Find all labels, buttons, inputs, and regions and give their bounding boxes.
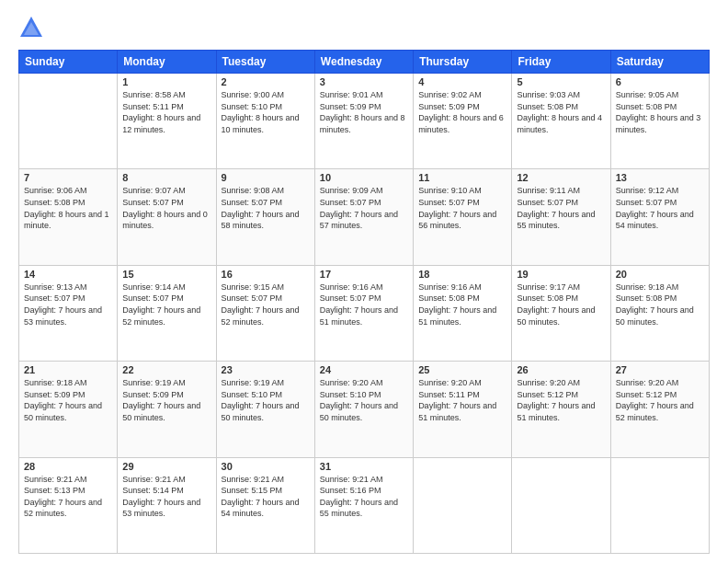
calendar-cell: 17Sunrise: 9:16 AMSunset: 5:07 PMDayligh… [314, 265, 413, 361]
day-number: 29 [122, 461, 210, 472]
weekday-header: Tuesday [216, 51, 314, 74]
weekday-header: Saturday [610, 51, 709, 74]
calendar-cell: 23Sunrise: 9:19 AMSunset: 5:10 PMDayligh… [216, 362, 314, 457]
calendar-cell: 6Sunrise: 9:05 AMSunset: 5:08 PMDaylight… [610, 74, 709, 169]
day-number: 2 [222, 76, 310, 87]
day-number: 15 [122, 269, 210, 280]
weekday-header: Friday [512, 51, 610, 74]
day-info: Sunrise: 9:11 AMSunset: 5:07 PMDaylight:… [517, 185, 605, 231]
day-info: Sunrise: 8:58 AMSunset: 5:11 PMDaylight:… [122, 89, 210, 135]
calendar-cell [414, 457, 512, 553]
calendar-cell: 20Sunrise: 9:18 AMSunset: 5:08 PMDayligh… [610, 265, 709, 361]
calendar-cell: 28Sunrise: 9:21 AMSunset: 5:13 PMDayligh… [19, 457, 118, 553]
calendar-cell: 29Sunrise: 9:21 AMSunset: 5:14 PMDayligh… [118, 457, 216, 553]
weekday-header: Monday [118, 51, 216, 74]
day-number: 23 [222, 364, 310, 375]
day-number: 26 [517, 364, 605, 375]
day-info: Sunrise: 9:21 AMSunset: 5:13 PMDaylight:… [24, 474, 112, 520]
day-number: 19 [517, 269, 605, 280]
calendar-week-row: 1Sunrise: 8:58 AMSunset: 5:11 PMDaylight… [19, 74, 710, 169]
day-info: Sunrise: 9:07 AMSunset: 5:07 PMDaylight:… [122, 185, 210, 231]
weekday-header: Wednesday [314, 51, 413, 74]
day-info: Sunrise: 9:10 AMSunset: 5:07 PMDaylight:… [418, 185, 506, 231]
day-number: 13 [616, 172, 704, 183]
day-number: 24 [320, 364, 408, 375]
day-info: Sunrise: 9:19 AMSunset: 5:09 PMDaylight:… [122, 377, 210, 423]
day-number: 9 [222, 172, 310, 183]
day-number: 12 [517, 172, 605, 183]
weekday-header: Sunday [19, 51, 118, 74]
calendar-cell: 18Sunrise: 9:16 AMSunset: 5:08 PMDayligh… [414, 265, 512, 361]
day-info: Sunrise: 9:17 AMSunset: 5:08 PMDaylight:… [517, 282, 605, 327]
day-number: 5 [517, 76, 605, 87]
calendar-cell [512, 457, 610, 553]
calendar-week-row: 28Sunrise: 9:21 AMSunset: 5:13 PMDayligh… [19, 457, 710, 553]
day-number: 14 [24, 269, 112, 280]
day-info: Sunrise: 9:05 AMSunset: 5:08 PMDaylight:… [616, 89, 704, 135]
calendar-cell [19, 74, 118, 169]
day-number: 30 [222, 461, 310, 472]
day-number: 16 [222, 269, 310, 280]
day-number: 8 [122, 172, 210, 183]
day-info: Sunrise: 9:21 AMSunset: 5:15 PMDaylight:… [222, 474, 310, 520]
calendar-week-row: 21Sunrise: 9:18 AMSunset: 5:09 PMDayligh… [19, 362, 710, 457]
day-number: 17 [320, 269, 408, 280]
day-info: Sunrise: 9:19 AMSunset: 5:10 PMDaylight:… [222, 377, 310, 423]
day-number: 7 [24, 172, 112, 183]
calendar-cell [610, 457, 709, 553]
day-number: 4 [418, 76, 506, 87]
day-info: Sunrise: 9:12 AMSunset: 5:07 PMDaylight:… [616, 185, 704, 231]
day-number: 11 [418, 172, 506, 183]
day-number: 25 [418, 364, 506, 375]
day-info: Sunrise: 9:20 AMSunset: 5:11 PMDaylight:… [418, 377, 506, 423]
day-number: 20 [616, 269, 704, 280]
day-info: Sunrise: 9:08 AMSunset: 5:07 PMDaylight:… [222, 185, 310, 231]
day-number: 18 [418, 269, 506, 280]
calendar-cell: 13Sunrise: 9:12 AMSunset: 5:07 PMDayligh… [610, 169, 709, 265]
calendar-cell: 22Sunrise: 9:19 AMSunset: 5:09 PMDayligh… [118, 362, 216, 457]
day-info: Sunrise: 9:18 AMSunset: 5:08 PMDaylight:… [616, 282, 704, 327]
day-info: Sunrise: 9:16 AMSunset: 5:08 PMDaylight:… [418, 282, 506, 327]
day-info: Sunrise: 9:14 AMSunset: 5:07 PMDaylight:… [122, 282, 210, 327]
calendar-cell: 2Sunrise: 9:00 AMSunset: 5:10 PMDaylight… [216, 74, 314, 169]
calendar: SundayMondayTuesdayWednesdayThursdayFrid… [18, 50, 710, 554]
calendar-cell: 11Sunrise: 9:10 AMSunset: 5:07 PMDayligh… [414, 169, 512, 265]
calendar-cell: 8Sunrise: 9:07 AMSunset: 5:07 PMDaylight… [118, 169, 216, 265]
day-info: Sunrise: 9:09 AMSunset: 5:07 PMDaylight:… [320, 185, 408, 231]
day-info: Sunrise: 9:20 AMSunset: 5:12 PMDaylight:… [517, 377, 605, 423]
calendar-week-row: 7Sunrise: 9:06 AMSunset: 5:08 PMDaylight… [19, 169, 710, 265]
day-info: Sunrise: 9:18 AMSunset: 5:09 PMDaylight:… [24, 377, 112, 423]
day-info: Sunrise: 9:16 AMSunset: 5:07 PMDaylight:… [320, 282, 408, 327]
day-info: Sunrise: 9:02 AMSunset: 5:09 PMDaylight:… [418, 89, 506, 135]
day-info: Sunrise: 9:01 AMSunset: 5:09 PMDaylight:… [320, 89, 408, 135]
calendar-cell: 19Sunrise: 9:17 AMSunset: 5:08 PMDayligh… [512, 265, 610, 361]
calendar-cell: 31Sunrise: 9:21 AMSunset: 5:16 PMDayligh… [314, 457, 413, 553]
calendar-cell: 26Sunrise: 9:20 AMSunset: 5:12 PMDayligh… [512, 362, 610, 457]
page: SundayMondayTuesdayWednesdayThursdayFrid… [0, 0, 728, 563]
day-info: Sunrise: 9:06 AMSunset: 5:08 PMDaylight:… [24, 185, 112, 231]
day-number: 27 [616, 364, 704, 375]
day-number: 22 [122, 364, 210, 375]
day-info: Sunrise: 9:21 AMSunset: 5:14 PMDaylight:… [122, 474, 210, 520]
day-number: 10 [320, 172, 408, 183]
calendar-cell: 12Sunrise: 9:11 AMSunset: 5:07 PMDayligh… [512, 169, 610, 265]
day-info: Sunrise: 9:21 AMSunset: 5:16 PMDaylight:… [320, 474, 408, 520]
calendar-cell: 3Sunrise: 9:01 AMSunset: 5:09 PMDaylight… [314, 74, 413, 169]
calendar-cell: 24Sunrise: 9:20 AMSunset: 5:10 PMDayligh… [314, 362, 413, 457]
logo [18, 15, 48, 40]
calendar-week-row: 14Sunrise: 9:13 AMSunset: 5:07 PMDayligh… [19, 265, 710, 361]
header [18, 15, 710, 40]
calendar-cell: 5Sunrise: 9:03 AMSunset: 5:08 PMDaylight… [512, 74, 610, 169]
calendar-cell: 7Sunrise: 9:06 AMSunset: 5:08 PMDaylight… [19, 169, 118, 265]
calendar-cell: 10Sunrise: 9:09 AMSunset: 5:07 PMDayligh… [314, 169, 413, 265]
day-info: Sunrise: 9:15 AMSunset: 5:07 PMDaylight:… [222, 282, 310, 327]
day-number: 28 [24, 461, 112, 472]
weekday-header: Thursday [414, 51, 512, 74]
day-number: 31 [320, 461, 408, 472]
calendar-cell: 15Sunrise: 9:14 AMSunset: 5:07 PMDayligh… [118, 265, 216, 361]
calendar-header-row: SundayMondayTuesdayWednesdayThursdayFrid… [19, 51, 710, 74]
day-info: Sunrise: 9:00 AMSunset: 5:10 PMDaylight:… [222, 89, 310, 135]
calendar-cell: 4Sunrise: 9:02 AMSunset: 5:09 PMDaylight… [414, 74, 512, 169]
logo-icon [18, 15, 44, 40]
calendar-cell: 21Sunrise: 9:18 AMSunset: 5:09 PMDayligh… [19, 362, 118, 457]
